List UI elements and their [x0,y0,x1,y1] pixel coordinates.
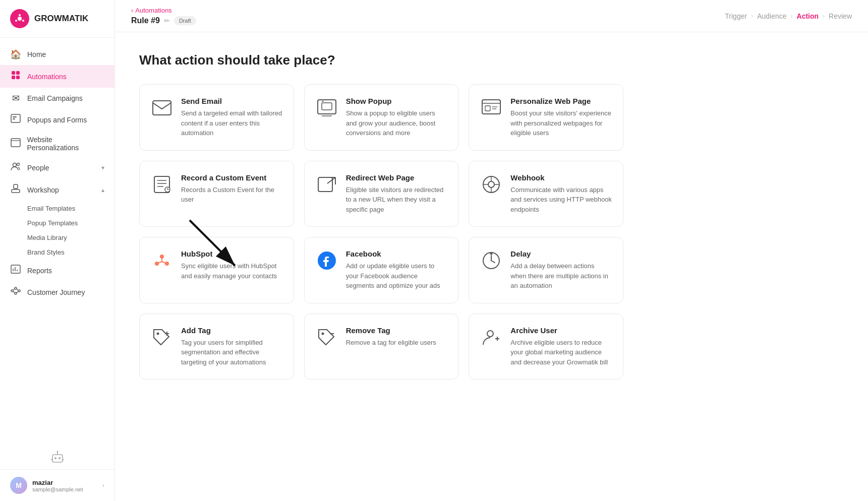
facebook-desc: Add or update eligible users to your Fac… [346,261,447,291]
action-card-delay[interactable]: Delay Add a delay between actions when t… [469,237,623,303]
action-card-facebook[interactable]: Facebook Add or update eligible users to… [304,237,459,303]
svg-rect-9 [13,116,17,117]
automations-icon [10,70,21,83]
delay-title: Delay [510,249,612,258]
remove-tag-title: Remove Tag [346,326,436,335]
popups-icon [10,114,21,126]
svg-point-24 [15,292,17,294]
personalize-web-desc: Boost your site visitors' experience wit… [510,108,612,138]
bot-button[interactable] [0,445,114,469]
workshop-icon [10,183,21,196]
actions-grid: Send Email Send a targeted email with ta… [139,84,623,380]
webhook-title: Webhook [510,173,612,182]
back-chevron-icon: ‹ [131,7,133,14]
svg-point-0 [18,17,22,21]
personalize-web-title: Personalize Web Page [510,97,612,105]
sidebar-item-popups-forms[interactable]: Popups and Forms [0,109,114,131]
action-card-remove-tag[interactable]: Remove Tag Remove a tag for eligible use… [304,314,459,380]
svg-rect-38 [153,101,171,115]
sidebar: GROWMATIK 🏠 Home Automations ✉ Email Cam… [0,0,115,501]
custom-event-icon [151,173,173,196]
hubspot-desc: Sync eligible users with HubSpot and eas… [181,261,282,281]
action-card-add-tag[interactable]: Add Tag Tag your users for simplified se… [139,314,294,380]
svg-rect-17 [11,265,20,273]
archive-user-desc: Archive eligible users to reduce your gl… [510,338,612,367]
sidebar-item-brand-styles[interactable]: Brand Styles [27,245,114,260]
facebook-title: Facebook [346,249,447,258]
action-card-send-email[interactable]: Send Email Send a targeted email with ta… [139,84,294,151]
edit-icon[interactable]: ✏ [164,17,170,25]
sidebar-item-email-campaigns[interactable]: ✉ Email Campaigns [0,88,114,109]
sidebar-item-popup-templates[interactable]: Popup Templates [27,216,114,230]
sidebar-item-website-personalizations[interactable]: Website Personalizations [0,131,114,157]
customer-journey-icon [10,286,21,298]
breadcrumb: Trigger › Audience › Action › Review [725,12,852,20]
sidebar-item-home[interactable]: 🏠 Home [0,44,114,65]
sidebar-item-media-library[interactable]: Media Library [27,230,114,245]
svg-point-33 [56,451,58,453]
add-tag-title: Add Tag [181,326,282,335]
show-popup-desc: Show a popup to eligible users and grow … [346,108,447,138]
svg-point-3 [15,20,17,22]
action-card-show-popup[interactable]: Show Popup Show a popup to eligible user… [304,84,459,151]
sidebar-item-workshop-label: Workshop [27,186,59,194]
show-popup-title: Show Popup [346,97,447,105]
action-card-custom-event[interactable]: Record a Custom Event Records a Custom E… [139,161,294,227]
sidebar-item-home-label: Home [27,50,46,58]
svg-rect-55 [318,177,332,192]
delay-icon [480,249,502,272]
show-popup-icon [316,97,338,119]
send-email-desc: Send a targeted email with tailored cont… [181,108,282,138]
sidebar-item-customer-journey[interactable]: Customer Journey [0,281,114,303]
breadcrumb-audience[interactable]: Audience [757,12,786,20]
custom-event-title: Record a Custom Event [181,173,282,182]
personalize-web-icon [480,97,502,119]
action-card-personalize-web[interactable]: Personalize Web Page Boost your site vis… [469,84,623,151]
draft-badge: Draft [174,16,196,25]
add-tag-icon [151,326,173,348]
facebook-icon [316,249,338,272]
breadcrumb-review[interactable]: Review [829,12,852,20]
svg-rect-10 [13,118,15,119]
back-label: Automations [135,7,171,14]
sidebar-item-people[interactable]: People ▾ [0,157,114,178]
svg-rect-40 [322,103,332,110]
webhook-desc: Communicate with various apps and servic… [510,185,612,215]
sidebar-item-workshop[interactable]: Workshop ▴ [0,178,114,201]
archive-user-title: Archive User [510,326,612,335]
reports-icon [10,265,21,276]
redirect-desc: Eligible site visitors are redirected to… [346,185,447,215]
user-info: maziar sample@sample.net [32,479,97,492]
breadcrumb-trigger[interactable]: Trigger [725,12,747,20]
send-email-title: Send Email [181,97,282,105]
svg-point-1 [19,14,21,16]
svg-rect-5 [16,71,20,75]
breadcrumb-action[interactable]: Action [797,12,819,20]
svg-rect-45 [485,106,490,111]
sidebar-item-popups-label: Popups and Forms [27,116,87,124]
sidebar-item-website-label: Website Personalizations [27,136,104,152]
back-to-automations[interactable]: ‹ Automations [131,7,196,14]
profile-chevron-icon: › [102,482,104,489]
sidebar-item-automations[interactable]: Automations [0,65,114,88]
page-title: What action should take place? [139,52,844,68]
avatar: M [10,477,27,494]
sidebar-item-email-templates[interactable]: Email Templates [27,201,114,216]
action-card-webhook[interactable]: Webhook Communicate with various apps an… [469,161,623,227]
user-name: maziar [32,479,97,486]
home-icon: 🏠 [10,49,21,60]
svg-rect-29 [52,455,63,462]
action-card-archive-user[interactable]: Archive User Archive eligible users to r… [469,314,623,380]
svg-rect-11 [11,139,20,147]
send-email-icon [151,97,173,119]
sidebar-item-reports[interactable]: Reports [0,260,114,281]
action-card-redirect[interactable]: Redirect Web Page Eligible site visitors… [304,161,459,227]
action-card-hubspot[interactable]: HubSpot Sync eligible users with HubSpot… [139,237,294,303]
svg-line-25 [13,289,15,290]
custom-event-desc: Records a Custom Event for the user [181,185,282,205]
breadcrumb-sep-1: › [751,13,753,20]
logo-icon [10,9,29,28]
user-profile[interactable]: M maziar sample@sample.net › [0,469,114,501]
logo-area[interactable]: GROWMATIK [0,0,114,38]
svg-point-31 [59,457,61,459]
